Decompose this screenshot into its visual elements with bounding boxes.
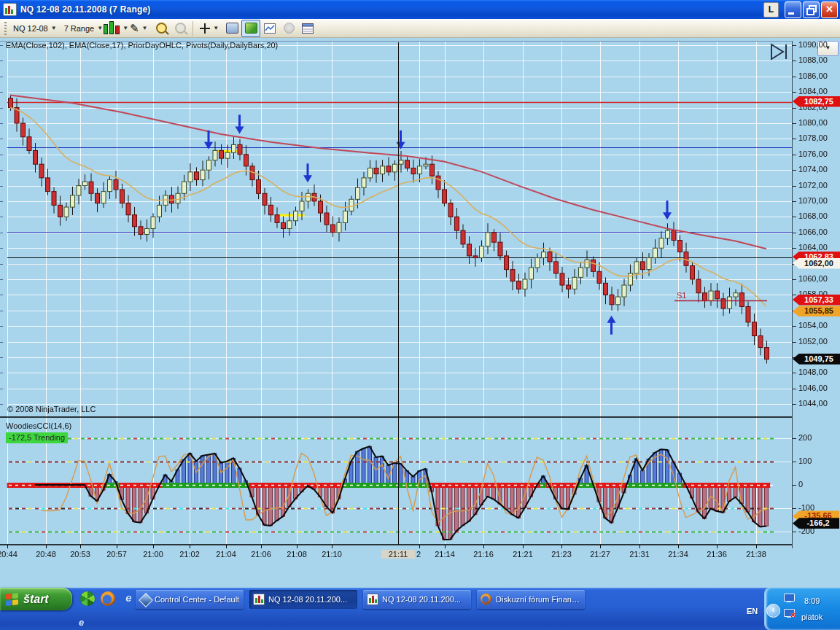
time-axis-label: 21:34 — [664, 550, 693, 559]
chevron-down-icon: ▼ — [213, 25, 219, 31]
price-marker: 1057,33 — [793, 295, 840, 306]
snapshot-button[interactable] — [222, 20, 241, 37]
minimize-button[interactable] — [785, 1, 801, 18]
web-button[interactable] — [279, 20, 298, 37]
time-axis-label: 20:57 — [102, 550, 131, 559]
price-axis-label: 1088,00 — [798, 55, 828, 64]
price-axis-label: 1064,00 — [798, 243, 828, 252]
zoom-out-icon — [175, 23, 186, 34]
quick-launch-ie-small-icon[interactable]: e — [79, 615, 84, 629]
network-icon[interactable] — [784, 594, 795, 603]
price-axis-label: 1090,00 — [798, 40, 828, 49]
chart-window-icon — [253, 594, 265, 605]
restore-button[interactable] — [803, 1, 820, 18]
price-axis-label: 1044,00 — [798, 399, 828, 408]
time-axis-label: 21:16 — [469, 550, 498, 559]
mini-chart-button[interactable] — [260, 20, 279, 37]
price-axis-label: 1068,00 — [798, 211, 828, 220]
time-axis-label: 21:10 — [317, 550, 346, 559]
language-bar-button[interactable]: L — [763, 2, 779, 18]
zoom-out-button[interactable] — [171, 20, 190, 37]
price-axis-label: 1080,00 — [798, 118, 828, 127]
time-axis-label: 21:00 — [139, 550, 168, 559]
price-axis-label: 1066,00 — [798, 228, 828, 236]
language-indicator[interactable]: EN — [747, 607, 758, 615]
price-axis-label: 1086,00 — [798, 71, 828, 80]
toolbar-grip[interactable] — [4, 22, 7, 35]
start-button[interactable]: štart — [0, 588, 72, 610]
time-axis-label: 21:06 — [246, 550, 276, 559]
price-marker: 1082,75 — [793, 96, 840, 107]
instrument-selector[interactable]: NQ 12-08▼ — [9, 20, 61, 36]
price-axis-label: 1052,00 — [798, 337, 828, 346]
quick-launch-ie-icon[interactable]: e — [121, 591, 136, 607]
chevron-down-icon: ▼ — [51, 25, 57, 31]
time-axis-label: 21:38 — [742, 550, 771, 559]
draw-tools-button[interactable]: ✎▼ — [125, 20, 152, 37]
price-axis-label: 1070,00 — [798, 196, 828, 205]
chart-trader-button[interactable] — [241, 20, 260, 37]
taskbar-window-button[interactable]: Control Center - Default — [136, 590, 244, 609]
cci-axis-label: 200 — [798, 433, 812, 442]
control-center-icon — [139, 594, 151, 605]
tray-chevron-icon[interactable]: ‹ — [766, 604, 780, 618]
tray-clock[interactable]: 8:09 — [804, 596, 820, 605]
price-axis-label: 1046,00 — [798, 384, 828, 392]
taskbar-window-label: NQ 12-08 20.11.200... — [268, 595, 347, 604]
network-disconnected-icon[interactable]: ✕ — [784, 609, 795, 618]
close-icon: ✕ — [822, 2, 837, 18]
copyright-label: © 2008 NinjaTrader, LLC — [7, 405, 96, 413]
go-to-last-bar-icon[interactable] — [769, 42, 789, 64]
taskbar-window-button[interactable]: Diskuzní fórum Financ... — [477, 590, 585, 609]
start-label: štart — [23, 593, 49, 606]
time-axis-label: 21:23 — [547, 550, 576, 559]
candlestick-icon — [104, 23, 120, 34]
price-axis-label: 1054,00 — [798, 321, 828, 330]
crosshair-button[interactable]: ▼ — [196, 20, 222, 37]
price-axis-label: 1048,00 — [798, 368, 828, 376]
chart-style-button[interactable]: ▼ — [106, 20, 125, 37]
chart-toolbar: NQ 12-08▼ 7 Range▼ ▼ ✎▼ ▼ — [0, 19, 840, 38]
taskbar-window-label: Control Center - Default — [155, 595, 239, 604]
globe-icon — [284, 23, 295, 34]
time-axis-label: 20:53 — [66, 550, 95, 559]
pencil-icon: ✎ — [130, 22, 139, 35]
indicators-label: EMA(Close,102), EMA(Close,17), PriorDayO… — [6, 41, 278, 50]
toolbar-separator — [192, 21, 193, 36]
window-title: NQ 12-08 20.11.2008 (7 Range) — [20, 4, 151, 15]
zoom-in-button[interactable] — [152, 20, 171, 37]
price-marker: 1055,85 — [793, 306, 840, 316]
quick-launch-pinwheel-icon[interactable] — [80, 591, 95, 606]
chart-canvas[interactable] — [0, 38, 840, 588]
period-selector[interactable]: 7 Range▼ — [61, 20, 107, 36]
quick-launch-firefox-icon[interactable] — [101, 591, 115, 606]
chart-window-icon — [367, 594, 378, 605]
time-axis-label: 20:48 — [31, 550, 61, 559]
cci-marker: -166,2 — [793, 518, 839, 529]
time-axis-label: 21:04 — [211, 550, 241, 559]
cci-axis-label: 100 — [798, 456, 812, 465]
system-tray: ‹ ✕ 8:09 piatok — [764, 588, 840, 630]
cci-status-badge: -172,5 Trending — [6, 432, 68, 443]
properties-button[interactable] — [298, 20, 317, 37]
taskbar-window-button[interactable]: NQ 12-08 20.11.200... — [249, 590, 357, 609]
taskbar: štart e e Control Center - DefaultNQ 12-… — [0, 588, 840, 630]
cci-axis-label: 0 — [798, 480, 803, 489]
time-axis-label: 21:14 — [430, 550, 459, 559]
windows-flag-icon — [6, 593, 19, 606]
price-axis-label: 1074,00 — [798, 165, 828, 174]
taskbar-window-button[interactable]: NQ 12-08 20.11.200... — [363, 590, 471, 609]
line-chart-icon — [264, 23, 276, 34]
app-icon — [3, 3, 17, 16]
close-button[interactable]: ✕ — [821, 1, 838, 18]
crosshair-icon — [200, 23, 210, 34]
tray-day-label: piatok — [801, 612, 822, 621]
time-axis-label: 21:31 — [625, 550, 654, 559]
chevron-down-icon: ▼ — [97, 25, 103, 31]
minimize-icon — [788, 12, 794, 15]
firefox-icon — [481, 594, 492, 605]
title-bar[interactable]: NQ 12-08 20.11.2008 (7 Range) L ✕ — [0, 0, 840, 19]
time-axis-label: 21:02 — [175, 550, 204, 559]
time-axis-label: 21:08 — [282, 550, 311, 559]
application-window: NQ 12-08 20.11.2008 (7 Range) L ✕ NQ 12-… — [0, 0, 840, 630]
